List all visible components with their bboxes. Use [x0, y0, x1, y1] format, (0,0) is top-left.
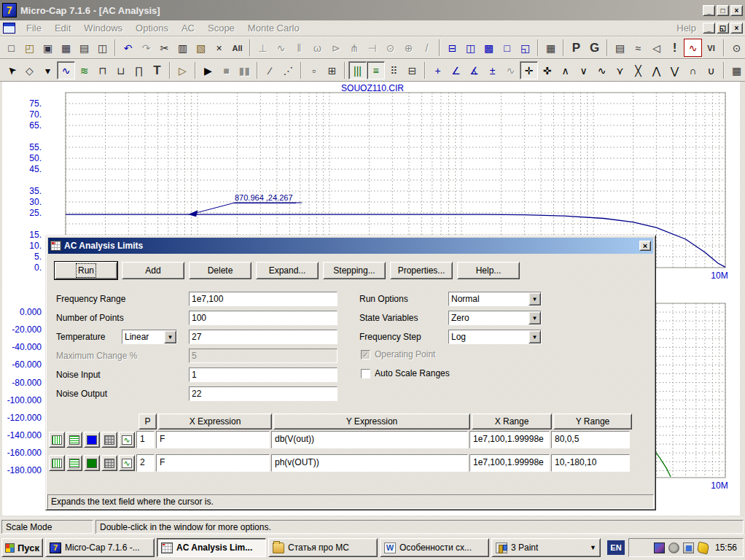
properties-tag-icon[interactable]: ▷: [173, 61, 192, 79]
menu-item-windows[interactable]: Windows: [77, 21, 129, 35]
shapes-dropdown-icon[interactable]: ▾: [39, 61, 57, 79]
data-point-cursor-icon[interactable]: +: [429, 61, 447, 79]
probe-audio-icon[interactable]: ◁: [647, 39, 666, 57]
mdi-document-icon[interactable]: [3, 23, 15, 34]
save-file-icon[interactable]: ▣: [39, 39, 57, 57]
arc-bottom-icon[interactable]: ∪: [702, 61, 720, 79]
cross-slash-icon[interactable]: ╳: [629, 61, 647, 79]
number-of-points-input[interactable]: 100: [189, 311, 338, 325]
copy-icon[interactable]: ▥: [173, 39, 192, 57]
y-expression-input[interactable]: db(V(out)): [271, 431, 468, 448]
grid-rect-icon[interactable]: ⊞: [323, 61, 341, 79]
curve-color-swatch[interactable]: [84, 432, 100, 448]
properties-button[interactable]: Properties...: [390, 262, 453, 279]
vertical-cursor-icon[interactable]: ✜: [538, 61, 556, 79]
waveform-stack-icon[interactable]: ≋: [75, 61, 93, 79]
task-button[interactable]: Статья про МС: [268, 538, 378, 557]
temperature-input[interactable]: 27: [189, 330, 338, 344]
auto-scale-ranges-checkbox[interactable]: Auto Scale Ranges: [361, 368, 450, 378]
overlap-window-icon[interactable]: ◱: [516, 39, 534, 57]
task-button[interactable]: AC Analysis Lim...: [157, 538, 266, 557]
x-grid-toggle-icon[interactable]: [49, 432, 65, 448]
delete-icon[interactable]: ×: [210, 39, 228, 57]
close-window-icon[interactable]: ×: [730, 5, 743, 16]
global-settings-icon[interactable]: G: [585, 39, 604, 57]
menu-item-scope[interactable]: Scope: [201, 21, 241, 35]
menu-item-ac[interactable]: AC: [175, 21, 201, 35]
resistor-component-icon[interactable]: ∿: [272, 39, 290, 57]
polarized-capacitor-icon[interactable]: ⊣: [363, 39, 381, 57]
y-grid-toggle-icon[interactable]: [66, 455, 82, 471]
horizontal-cursor-icon[interactable]: ✛: [520, 61, 538, 79]
valley-icon[interactable]: ∨: [574, 61, 593, 79]
x-range-input[interactable]: 1e7,100,1.99998e: [469, 454, 550, 472]
cascade-windows-icon[interactable]: ▩: [480, 39, 498, 57]
task-button[interactable]: 3 Paint▼: [491, 538, 601, 557]
y-range-input[interactable]: 10,-180,10: [551, 454, 630, 472]
numeric-output-toggle-icon[interactable]: [101, 455, 117, 471]
add-button[interactable]: Add: [122, 262, 184, 279]
data-table-icon[interactable]: ▦: [728, 61, 745, 79]
dialog-titlebar[interactable]: AC Analysis Limits ×: [48, 238, 653, 254]
text-tool-icon[interactable]: T: [148, 61, 166, 79]
bus-trim-icon[interactable]: ⊓: [93, 61, 112, 79]
new-file-icon[interactable]: □: [2, 39, 20, 57]
menu-item-edit[interactable]: Edit: [48, 21, 77, 35]
curve-color-swatch[interactable]: [84, 455, 100, 471]
volume-tray-icon[interactable]: [668, 542, 679, 553]
messenger-tray-icon[interactable]: [683, 542, 694, 553]
arc-top-icon[interactable]: ∩: [684, 61, 702, 79]
stop-icon[interactable]: ■: [217, 61, 235, 79]
switch-component-icon[interactable]: /: [418, 39, 436, 57]
menu-item-options[interactable]: Options: [129, 21, 175, 35]
component-panel-icon[interactable]: ▤: [611, 39, 629, 57]
menu-item-help[interactable]: Help: [670, 21, 703, 35]
two-point-cursor-icon[interactable]: ±: [483, 61, 502, 79]
horizontal-grid-icon[interactable]: ≡: [367, 61, 385, 79]
save-all-icon[interactable]: ▦: [57, 39, 75, 57]
x-expression-input[interactable]: F: [156, 431, 270, 448]
probe-circuit-icon[interactable]: ⊙: [728, 39, 745, 57]
plot-toggle-icon[interactable]: ∿: [119, 455, 135, 471]
dotted-line-tool-icon[interactable]: ⋰: [279, 61, 297, 79]
frequency-range-input[interactable]: 1e7,100: [189, 292, 338, 306]
mdi-minimize-icon[interactable]: _: [703, 23, 715, 34]
chevron-down-icon[interactable]: ▼: [528, 292, 541, 306]
exclamation-icon[interactable]: !: [666, 39, 684, 57]
antivirus-tray-icon[interactable]: [697, 541, 710, 554]
task-button[interactable]: 7Micro-Cap 7.1.6 -...: [45, 538, 155, 557]
vid-curves-icon[interactable]: VI: [702, 39, 720, 57]
y-expression-input[interactable]: ph(v(OUT)): [271, 454, 468, 472]
dot-grid-icon[interactable]: ⠿: [385, 61, 403, 79]
analysis-plot-icon[interactable]: ∿: [684, 39, 702, 57]
x-expression-input[interactable]: F: [156, 454, 270, 472]
voltage-source-icon[interactable]: ⊙: [381, 39, 399, 57]
help-button[interactable]: Help...: [457, 262, 520, 279]
rise-peaks-icon[interactable]: ⋀: [647, 61, 666, 79]
language-indicator[interactable]: EN: [607, 540, 625, 555]
x-grid-toggle-icon[interactable]: [49, 455, 65, 471]
start-button[interactable]: Пуск: [1, 538, 43, 557]
numeric-output-toggle-icon[interactable]: [101, 432, 117, 448]
maximize-window-icon[interactable]: □: [498, 39, 516, 57]
print-icon[interactable]: ▤: [75, 39, 93, 57]
run-options-select[interactable]: Normal ▼: [448, 292, 542, 306]
diode-component-icon[interactable]: ⊳: [327, 39, 345, 57]
ripple-valley-icon[interactable]: ⋎: [611, 61, 629, 79]
y-range-input[interactable]: 80,0,5: [551, 431, 630, 448]
fall-valleys-icon[interactable]: ⋁: [666, 61, 684, 79]
cut-icon[interactable]: ✂: [155, 39, 173, 57]
redo-icon[interactable]: ↷: [137, 39, 155, 57]
open-file-icon[interactable]: ◰: [20, 39, 39, 57]
temperature-method-select[interactable]: Linear ▼: [122, 330, 177, 344]
pause-icon[interactable]: ▮▮: [235, 61, 254, 79]
minimize-window-icon[interactable]: _: [703, 5, 715, 16]
ground-component-icon[interactable]: ⊥: [254, 39, 272, 57]
chevron-down-icon[interactable]: ▼: [528, 330, 541, 343]
ripple-peak-icon[interactable]: ∿: [593, 61, 611, 79]
task-button[interactable]: WОсобенности сх...: [380, 538, 489, 557]
calculator-icon[interactable]: ▦: [542, 39, 560, 57]
undo-icon[interactable]: ↶: [119, 39, 137, 57]
inductor-component-icon[interactable]: ω: [308, 39, 327, 57]
stepping-button[interactable]: Stepping...: [323, 262, 386, 279]
